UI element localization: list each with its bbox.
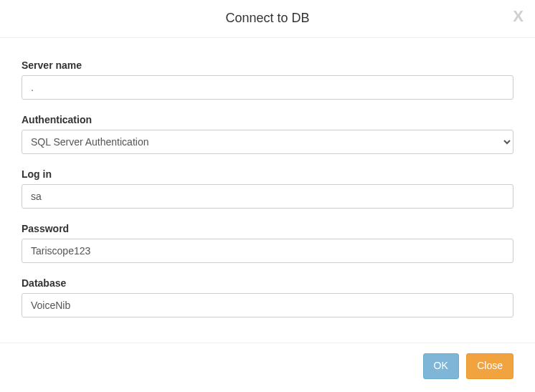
database-input[interactable] [22, 293, 513, 317]
database-group: Database [22, 277, 513, 317]
password-group: Password [22, 223, 513, 263]
close-button[interactable]: Close [466, 353, 513, 379]
password-label: Password [22, 223, 513, 234]
authentication-select[interactable]: SQL Server Authentication [22, 130, 513, 154]
dialog-title: Connect to DB [225, 11, 309, 25]
login-group: Log in [22, 168, 513, 209]
authentication-label: Authentication [22, 114, 513, 125]
server-name-group: Server name [22, 59, 513, 100]
password-input[interactable] [22, 239, 513, 263]
dialog-footer: OK Close [0, 343, 535, 392]
dialog-body: Server name Authentication SQL Server Au… [0, 38, 535, 343]
login-label: Log in [22, 168, 513, 180]
close-icon[interactable]: X [513, 7, 524, 26]
server-name-input[interactable] [22, 75, 513, 100]
dialog-header: Connect to DB X [0, 0, 535, 38]
authentication-group: Authentication SQL Server Authentication [22, 114, 513, 154]
database-label: Database [22, 277, 513, 289]
connect-db-dialog: Connect to DB X Server name Authenticati… [0, 0, 535, 392]
ok-button[interactable]: OK [423, 353, 459, 379]
server-name-label: Server name [22, 59, 513, 71]
login-input[interactable] [22, 184, 513, 209]
